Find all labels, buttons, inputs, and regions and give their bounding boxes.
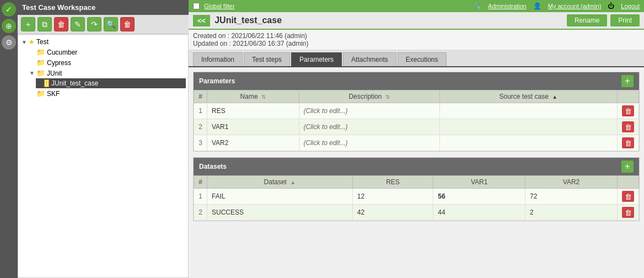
row-num: 2 bbox=[194, 119, 207, 135]
param-name[interactable]: RES bbox=[207, 103, 299, 119]
user-icon: 👤 bbox=[533, 2, 541, 10]
dataset-var1[interactable]: 44 bbox=[433, 205, 525, 221]
rename-button[interactable]: Rename bbox=[567, 14, 607, 26]
tree-item-label: SKF bbox=[47, 90, 60, 98]
delete-button[interactable]: 🗑 bbox=[54, 17, 68, 31]
param-description[interactable]: (Click to edit...) bbox=[299, 135, 439, 151]
star-icon: ★ bbox=[29, 38, 35, 46]
col-var1[interactable]: VAR1 bbox=[433, 176, 525, 189]
col-var2[interactable]: VAR2 bbox=[525, 176, 618, 189]
warn-icon: ! bbox=[44, 79, 49, 87]
expand-icon: ▼ bbox=[29, 70, 35, 76]
datasets-add-button[interactable]: + bbox=[621, 161, 634, 173]
tree-item-junit-test-case[interactable]: ! JUnit_test_case bbox=[36, 78, 186, 88]
nav-icon-target[interactable]: ⊕ bbox=[2, 19, 16, 33]
case-title: JUnit_test_case bbox=[214, 15, 562, 25]
dataset-res[interactable]: 12 bbox=[352, 189, 433, 205]
param-source[interactable] bbox=[439, 103, 617, 119]
top-bar-right: 🔧 Administration 👤 My account (admin) ⏻ … bbox=[473, 2, 640, 10]
sidebar-icons: ✓ ⊕ ⚙ bbox=[0, 0, 18, 278]
tab-executions[interactable]: Executions bbox=[398, 52, 447, 66]
tree-item-skf[interactable]: 📁 SKF bbox=[28, 88, 186, 99]
parameters-add-button[interactable]: + bbox=[621, 75, 634, 87]
delete-dataset-button[interactable]: 🗑 bbox=[622, 191, 634, 202]
tree-toolbar: + ⧉ 🗑 ✎ ↷ 🔍 🗑 bbox=[18, 15, 189, 34]
tab-attachments[interactable]: Attachments bbox=[343, 52, 396, 66]
col-num: # bbox=[194, 90, 207, 103]
delete-cell: 🗑 bbox=[618, 135, 639, 151]
parameters-table: # Name ⇅ Description ⇅ Source test case … bbox=[194, 90, 639, 151]
param-source[interactable] bbox=[439, 135, 617, 151]
col-name[interactable]: Name ⇅ bbox=[207, 90, 299, 103]
delete-cell: 🗑 bbox=[618, 205, 639, 221]
delete-dataset-button[interactable]: 🗑 bbox=[622, 207, 634, 218]
datasets-table: # Dataset ▲ RES VAR1 VAR2 1 FAIL 12 56 bbox=[194, 175, 639, 221]
datasets-section-title: Datasets bbox=[199, 163, 227, 170]
param-name[interactable]: VAR2 bbox=[207, 135, 299, 151]
table-row: 1 FAIL 12 56 72 🗑 bbox=[194, 189, 639, 205]
param-description[interactable]: (Click to edit...) bbox=[299, 103, 439, 119]
tree-item-cucumber[interactable]: 📁 Cucumber bbox=[28, 47, 186, 57]
tree-item-label: Cypress bbox=[47, 59, 71, 67]
param-description[interactable]: (Click to edit...) bbox=[299, 119, 439, 135]
param-source[interactable] bbox=[439, 119, 617, 135]
tree-item-label: Test bbox=[36, 38, 49, 46]
global-filter-link[interactable]: Global filter bbox=[204, 3, 235, 9]
print-button[interactable]: Print bbox=[610, 14, 640, 26]
tree-item-junit[interactable]: ▼ 📁 JUnit bbox=[28, 68, 186, 78]
global-filter-checkbox[interactable] bbox=[193, 3, 200, 9]
col-source[interactable]: Source test case ▲ bbox=[439, 90, 617, 103]
col-res[interactable]: RES bbox=[352, 176, 433, 189]
trash-button[interactable]: 🗑 bbox=[120, 17, 135, 31]
nav-icon-settings[interactable]: ⚙ bbox=[2, 35, 16, 50]
delete-param-button[interactable]: 🗑 bbox=[622, 121, 634, 132]
delete-param-button[interactable]: 🗑 bbox=[622, 105, 634, 116]
folder-icon: 📁 bbox=[36, 69, 45, 77]
tree-item-label: JUnit_test_case bbox=[51, 79, 98, 87]
table-row: 2 VAR1 (Click to edit...) 🗑 bbox=[194, 119, 639, 135]
dataset-var2[interactable]: 2 bbox=[525, 205, 618, 221]
col-dataset[interactable]: Dataset ▲ bbox=[207, 176, 353, 189]
administration-link[interactable]: Administration bbox=[488, 3, 527, 9]
tree-item-cypress[interactable]: 📁 Cypress bbox=[28, 57, 186, 68]
tab-test-steps[interactable]: Test steps bbox=[244, 52, 290, 66]
back-button[interactable]: << bbox=[193, 15, 210, 26]
left-panel: Test Case Workspace + ⧉ 🗑 ✎ ↷ 🔍 🗑 ▼ ★ Te… bbox=[18, 0, 189, 278]
tab-information[interactable]: Information bbox=[193, 52, 243, 66]
col-actions bbox=[618, 90, 639, 103]
dataset-name[interactable]: FAIL bbox=[207, 189, 353, 205]
copy-button[interactable]: ⧉ bbox=[37, 17, 52, 31]
tab-parameters[interactable]: Parameters bbox=[291, 52, 342, 66]
dataset-name[interactable]: SUCCESS bbox=[207, 205, 353, 221]
search-button[interactable]: 🔍 bbox=[104, 17, 118, 31]
col-description[interactable]: Description ⇅ bbox=[299, 90, 439, 103]
delete-param-button[interactable]: 🗑 bbox=[622, 137, 634, 148]
param-name[interactable]: VAR1 bbox=[207, 119, 299, 135]
nav-icon-checkmark[interactable]: ✓ bbox=[2, 2, 16, 17]
header-bar: << JUnit_test_case Rename Print bbox=[189, 12, 644, 30]
delete-cell: 🗑 bbox=[618, 119, 639, 135]
add-button[interactable]: + bbox=[21, 17, 35, 31]
datasets-section: Datasets + # Dataset ▲ RES VAR1 VAR2 bbox=[193, 157, 640, 221]
folder-icon: 📁 bbox=[36, 89, 45, 98]
tree-item-label: JUnit bbox=[47, 70, 62, 77]
table-row: 1 RES (Click to edit...) 🗑 bbox=[194, 103, 639, 119]
header-actions: Rename Print bbox=[567, 14, 640, 26]
dataset-res[interactable]: 42 bbox=[352, 205, 433, 221]
admin-icon: 🔧 bbox=[473, 2, 481, 10]
move-button[interactable]: ↷ bbox=[87, 17, 101, 31]
datasets-section-header: Datasets + bbox=[194, 158, 639, 175]
dataset-var1[interactable]: 56 bbox=[433, 189, 525, 205]
edit-button[interactable]: ✎ bbox=[71, 17, 85, 31]
parameters-section: Parameters + # Name ⇅ Description ⇅ Sour… bbox=[193, 72, 640, 152]
tree-item-label: Cucumber bbox=[47, 49, 77, 56]
col-num: # bbox=[194, 176, 207, 189]
logout-link[interactable]: Logout bbox=[621, 3, 640, 9]
my-account-link[interactable]: My account (admin) bbox=[548, 3, 602, 9]
dataset-var2[interactable]: 72 bbox=[525, 189, 618, 205]
row-num: 1 bbox=[194, 189, 207, 205]
meta-info: Created on : 2021/06/22 11:46 (admin) Up… bbox=[189, 30, 644, 50]
tree-item-test[interactable]: ▼ ★ Test bbox=[20, 37, 186, 47]
expand-icon: ▼ bbox=[22, 39, 27, 45]
content-area: Parameters + # Name ⇅ Description ⇅ Sour… bbox=[189, 67, 644, 278]
